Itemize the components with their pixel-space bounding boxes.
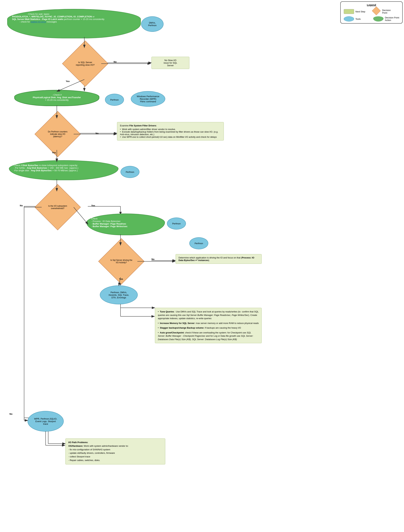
label-yes-3: Yes	[91, 204, 95, 207]
oval-dmvs-perfmon-text: DMVs,Perfmon	[148, 21, 156, 27]
cloud-process-io-text: Check - Process : IO Data Bytes/sec - Bu…	[91, 217, 128, 228]
legend-row-decision: DecisionPoint	[373, 8, 399, 15]
label-no-3: No	[20, 204, 23, 207]
label-yes-1: Yes	[66, 80, 70, 82]
label-yes-4: Yes	[119, 278, 123, 280]
cloud-diskbytessec: Check if Disk Bytes/Sec is close to/beyo…	[10, 162, 117, 179]
label-no-3-vert: No	[9, 413, 12, 415]
diamond3-text: Is the I/O subsystem overwhelmed?	[41, 191, 74, 223]
legend-nextstep-shape	[344, 9, 354, 14]
legend-decision-label: DecisionPoint	[382, 9, 391, 14]
oval-perfmon-2-text: Perfmon	[110, 99, 119, 101]
oval-tools-full-text: Perfmon, DMVs,Xevents, SQL Trace,DTA, Er…	[108, 291, 129, 299]
legend-title: Legend	[344, 3, 399, 6]
cloud-waittypes-text: - Check for wait_types: PAGEIOLATCH_*, W…	[12, 13, 104, 23]
legend-dpaction-label: Decision PointAction	[385, 16, 399, 21]
legend-dpaction-shape	[373, 16, 384, 21]
oval-perfmon-6: Perfmon	[189, 237, 208, 249]
diamond1-text: Is SQL Server reporting slow I/O?	[69, 47, 102, 80]
rect-filter-drivers: Examine File System Filter Drivers: • Wo…	[117, 122, 224, 140]
oval-wpr-text: Windows PerformanceRecorder (WPR)Fltmc c…	[137, 95, 159, 103]
oval-wpr-perfmon-sqlio: WPR, Perfmon,SQLIO,Event Logs, Storportt…	[27, 411, 64, 431]
oval-wpr: Windows PerformanceRecorder (WPR)Fltmc c…	[131, 91, 165, 107]
cloud-waittypes: - Check for wait_types: PAGEIOLATCH_*, W…	[9, 10, 139, 37]
legend-row-tools: Tools	[344, 16, 370, 21]
cloud-physlogdisk-text: - Check if Physical/Logical Disk: Avg. D…	[33, 94, 81, 101]
rect-determine-app: Determine which application is driving t…	[176, 254, 262, 264]
legend-box: Legend Next Step DecisionPoint Tools Dec…	[340, 1, 403, 24]
oval-perfmon-4: Perfmon	[120, 166, 139, 178]
legend-nextstep-label: Next Step	[355, 10, 365, 13]
label-no-2: No	[96, 132, 98, 135]
legend-row-dpaction: Decision PointAction	[373, 16, 399, 21]
rect-tune-queries: • Tune Queries : Use DMVs and SQL Trace …	[155, 308, 262, 343]
legend-decision-shape	[372, 6, 381, 15]
oval-dmvs-perfmon: DMVs,Perfmon	[141, 16, 163, 32]
rect-no-slow-io: No Slow I/Oissue for SQLServer	[151, 57, 189, 69]
cloud-process-io: Check - Process : IO Data Bytes/sec - Bu…	[88, 215, 163, 234]
diamond-sqlserver-slow-io: Is SQL Server reporting slow I/O?	[69, 47, 102, 80]
cloud-diskbytessec-text: Check if Disk Bytes/Sec is close to/beyo…	[14, 164, 78, 172]
oval-perfmon-5-text: Perfmon	[172, 222, 181, 225]
cloud-physlogdisk: - Check if Physical/Logical Disk: Avg. D…	[15, 91, 98, 105]
oval-tools-full: Perfmon, DMVs,Xevents, SQL Trace,DTA, Er…	[100, 285, 138, 304]
oval-perfmon-2: Perfmon	[105, 94, 124, 106]
diamond2-text: Do Perfmon counters indicate slow I/O (l…	[41, 118, 74, 151]
label-yes-2: Yes	[52, 151, 56, 154]
diamond4-text: Is Sql Server driving the I/O Activity?	[105, 245, 138, 278]
legend-grid: Next Step DecisionPoint Tools Decision P…	[344, 8, 399, 21]
oval-wpr-perfmon-sqlio-text: WPR, Perfmon,SQLIO,Event Logs, Storportt…	[34, 418, 57, 425]
label-no-4: No	[151, 258, 154, 260]
label-no-1: No	[114, 61, 117, 63]
oval-perfmon-5: Perfmon	[167, 217, 186, 229]
oval-perfmon-4-text: Perfmon	[126, 171, 134, 173]
legend-tools-label: Tools	[355, 18, 361, 20]
legend-tools-shape	[344, 16, 354, 21]
legend-row-nextstep: Next Step	[344, 9, 370, 14]
oval-perfmon-6-text: Perfmon	[195, 242, 203, 245]
diamond-io-overwhelmed: Is the I/O subsystem overwhelmed?	[41, 191, 74, 223]
diamond-sqlserver-io: Is Sql Server driving the I/O Activity?	[105, 245, 138, 278]
rect-io-path-problems: I/O Path Problems: OS/Hardware: Work wit…	[65, 438, 165, 464]
diamond-perfmon-latency: Do Perfmon counters indicate slow I/O (l…	[41, 118, 74, 151]
